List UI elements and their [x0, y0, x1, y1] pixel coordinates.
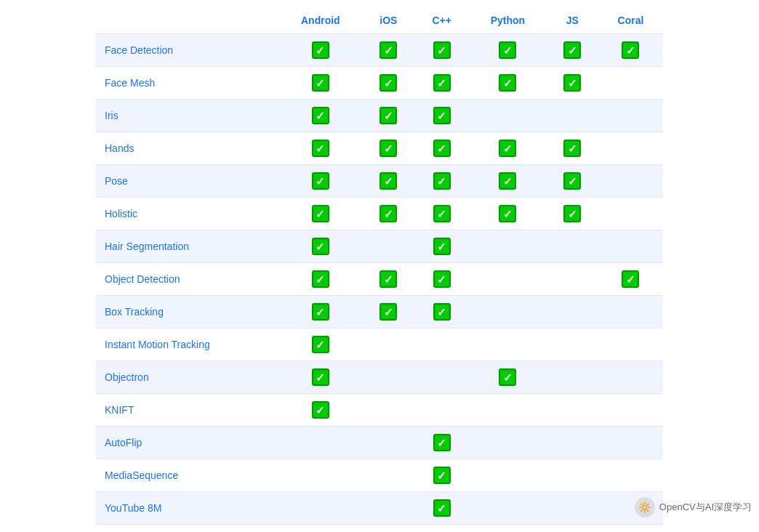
check-box: ✓: [312, 172, 329, 190]
table-row: AutoFlip✓: [96, 427, 663, 459]
row-label: Objectron: [96, 361, 278, 394]
check-cell-coral: [598, 296, 663, 329]
check-box: ✓: [499, 74, 516, 92]
col-header-android: Android: [278, 7, 363, 34]
check-cell-coral: [598, 230, 663, 263]
check-mark: ✓: [384, 307, 393, 318]
check-cell-python: [469, 492, 546, 525]
check-cell-js: [547, 492, 598, 525]
check-cell-coral: [598, 198, 663, 230]
watermark-icon: 🔆: [635, 497, 655, 517]
col-header-js: JS: [547, 7, 598, 34]
check-cell-coral: [598, 67, 663, 100]
table-row: Pose✓✓✓✓✓: [96, 165, 663, 198]
check-mark: ✓: [503, 209, 513, 219]
check-cell-android: ✓: [278, 329, 363, 361]
check-cell-ios: [363, 329, 415, 361]
check-mark: ✓: [316, 274, 325, 285]
check-mark: ✓: [437, 470, 446, 481]
check-box: ✓: [499, 41, 516, 59]
table-row: Instant Motion Tracking✓: [96, 329, 663, 361]
check-cell-ios: [363, 492, 415, 525]
check-box: ✓: [433, 172, 451, 190]
watermark: 🔆 OpenCV与AI深度学习: [635, 497, 752, 517]
check-box: ✓: [312, 303, 329, 321]
check-box: ✓: [433, 499, 451, 517]
check-mark: ✓: [316, 209, 325, 219]
check-box: ✓: [499, 172, 516, 190]
check-box: ✓: [380, 303, 397, 321]
check-cell-android: [278, 427, 363, 459]
check-mark: ✓: [316, 405, 325, 416]
check-box: ✓: [433, 205, 451, 222]
table-row: Iris✓✓✓: [96, 100, 663, 132]
check-mark: ✓: [626, 274, 635, 285]
check-box: ✓: [433, 140, 451, 157]
check-mark: ✓: [437, 45, 446, 56]
table-row: Object Detection✓✓✓✓: [96, 263, 663, 296]
row-label: Object Detection: [96, 263, 278, 296]
check-cell-coral: [598, 132, 663, 165]
check-box: ✓: [433, 238, 451, 255]
check-cell-js: [547, 394, 598, 427]
check-box: ✓: [380, 107, 397, 124]
check-cell-cpp: ✓: [414, 427, 469, 459]
col-header-cpp: C++: [414, 7, 469, 34]
check-mark: ✓: [503, 45, 513, 56]
check-box: ✓: [312, 205, 329, 222]
check-cell-js: [547, 263, 598, 296]
check-cell-ios: ✓: [363, 67, 415, 100]
row-label: Hands: [96, 132, 278, 165]
check-cell-ios: [363, 394, 415, 427]
check-cell-ios: ✓: [363, 100, 415, 132]
check-cell-python: [469, 394, 546, 427]
check-cell-cpp: ✓: [414, 459, 469, 492]
row-label: Box Tracking: [96, 296, 278, 329]
check-box: ✓: [563, 41, 581, 59]
check-box: ✓: [563, 205, 581, 222]
row-label: Face Detection: [96, 34, 278, 67]
check-box: ✓: [563, 74, 581, 92]
check-mark: ✓: [316, 78, 325, 89]
compatibility-table: Android iOS C++ Python JS Coral Face Det…: [96, 7, 663, 525]
row-label: Holistic: [96, 198, 278, 230]
check-cell-coral: [598, 329, 663, 361]
check-cell-js: [547, 459, 598, 492]
check-box: ✓: [433, 467, 451, 484]
check-cell-python: ✓: [469, 34, 546, 67]
check-cell-js: [547, 296, 598, 329]
row-label: Hair Segmentation: [96, 230, 278, 263]
check-box: ✓: [312, 336, 329, 353]
check-box: ✓: [380, 270, 397, 288]
check-cell-js: [547, 329, 598, 361]
check-cell-cpp: [414, 329, 469, 361]
check-cell-python: ✓: [469, 361, 546, 394]
check-mark: ✓: [437, 78, 446, 89]
check-box: ✓: [312, 140, 329, 157]
check-box: ✓: [380, 172, 397, 190]
table-row: Face Mesh✓✓✓✓✓: [96, 67, 663, 100]
check-cell-android: [278, 459, 363, 492]
check-cell-python: ✓: [469, 67, 546, 100]
col-header-ios: iOS: [363, 7, 415, 34]
check-mark: ✓: [437, 143, 446, 154]
check-cell-ios: [363, 427, 415, 459]
check-cell-js: [547, 100, 598, 132]
check-mark: ✓: [384, 143, 393, 154]
check-cell-cpp: ✓: [414, 198, 469, 230]
check-box: ✓: [380, 41, 397, 59]
check-mark: ✓: [568, 176, 577, 187]
check-cell-ios: [363, 361, 415, 394]
check-cell-python: [469, 427, 546, 459]
check-mark: ✓: [568, 78, 577, 89]
check-cell-coral: [598, 459, 663, 492]
check-cell-python: [469, 263, 546, 296]
check-cell-js: ✓: [547, 132, 598, 165]
check-cell-python: ✓: [469, 198, 546, 230]
check-box: ✓: [312, 74, 329, 92]
table-row: MediaSequence✓: [96, 459, 663, 492]
check-cell-python: ✓: [469, 132, 546, 165]
check-mark: ✓: [384, 45, 393, 56]
check-cell-python: [469, 296, 546, 329]
check-box: ✓: [312, 270, 329, 288]
